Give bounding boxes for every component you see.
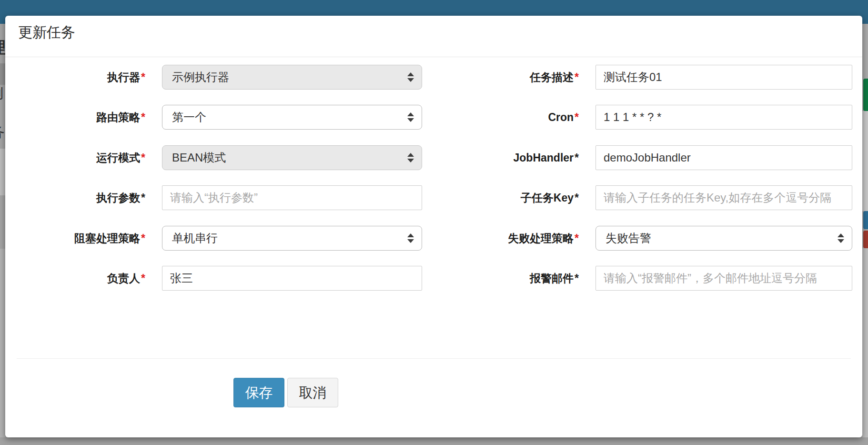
backdrop-right-strip: [862, 24, 868, 437]
required-mark: *: [575, 111, 579, 123]
executor-label: 执行器*: [24, 65, 145, 90]
job-handler-input[interactable]: [595, 145, 852, 170]
required-mark: *: [141, 192, 145, 204]
required-mark: *: [575, 232, 579, 244]
required-mark: *: [141, 232, 145, 244]
required-mark: *: [575, 272, 579, 284]
green-button-sliver: [863, 79, 868, 111]
clipped-page-text: 务: [0, 125, 5, 140]
clipped-page-text: 1: [0, 250, 5, 261]
required-mark: *: [141, 152, 145, 164]
save-button[interactable]: 保存: [233, 378, 284, 407]
cron-field: [595, 105, 852, 130]
executor-select-value: 示例执行器: [172, 70, 229, 85]
alarm-email-input[interactable]: [595, 266, 852, 291]
select-updown-icon: [838, 233, 844, 243]
select-updown-icon: [407, 112, 414, 122]
select-updown-icon: [407, 233, 414, 243]
blue-button-sliver: [863, 211, 868, 229]
required-mark: *: [575, 152, 579, 164]
executor-param-field: [162, 185, 422, 210]
executor-param-input[interactable]: [162, 185, 422, 210]
fail-strategy-select[interactable]: 失败告警: [595, 226, 852, 251]
block-strategy-select[interactable]: 单机串行: [162, 226, 422, 251]
cron-label: Cron*: [415, 105, 579, 130]
required-mark: *: [141, 111, 145, 123]
alarm-email-field: [595, 266, 852, 291]
child-jobkey-label: 子任务Key*: [415, 185, 579, 210]
route-strategy-select[interactable]: 第一个: [162, 105, 422, 130]
required-mark: *: [141, 71, 145, 83]
job-handler-label: JobHandler*: [415, 145, 579, 170]
required-mark: *: [141, 272, 145, 284]
executor-select: 示例执行器: [162, 65, 422, 90]
executor-param-label: 执行参数*: [24, 185, 145, 210]
backdrop-bottom-strip: [0, 437, 868, 445]
modal-header: 更新任务: [5, 16, 862, 57]
fail-strategy-select-value: 失败告警: [606, 231, 651, 246]
route-strategy-select-value: 第一个: [172, 110, 206, 125]
backdrop-band: [0, 63, 5, 85]
child-jobkey-field: [595, 185, 852, 210]
glue-type-select: BEAN模式: [162, 145, 422, 170]
footer-divider: [17, 358, 851, 359]
modal-title: 更新任务: [18, 22, 75, 42]
screen: 理 例 务 1 更新任务 执行器* 示例执行器 任务描述* 路: [0, 0, 868, 445]
backdrop-band: [0, 249, 5, 437]
required-mark: *: [575, 192, 579, 204]
backdrop-left-strip: 理 例 务 1: [0, 24, 5, 437]
alarm-email-label: 报警邮件*: [415, 266, 579, 291]
job-handler-field: [595, 145, 852, 170]
select-updown-icon: [407, 153, 414, 162]
update-job-modal: 更新任务 执行器* 示例执行器 任务描述* 路由策略* 第一个 Cron*: [5, 16, 862, 437]
cron-input[interactable]: [595, 105, 852, 130]
child-jobkey-input[interactable]: [595, 185, 852, 210]
author-label: 负责人*: [24, 266, 145, 291]
cancel-button[interactable]: 取消: [287, 378, 338, 407]
select-updown-icon: [407, 72, 414, 82]
author-field: [162, 266, 422, 291]
backdrop-band: [862, 248, 868, 437]
glue-type-label: 运行模式*: [24, 145, 145, 170]
clipped-page-text: 理: [0, 40, 5, 55]
backdrop-band: [0, 149, 5, 195]
required-mark: *: [575, 71, 579, 83]
backdrop-band: [862, 111, 868, 211]
job-desc-field: [595, 65, 852, 90]
block-strategy-label: 阻塞处理策略*: [24, 226, 145, 251]
route-strategy-label: 路由策略*: [24, 105, 145, 130]
fail-strategy-label: 失败处理策略*: [415, 226, 579, 251]
block-strategy-select-value: 单机串行: [172, 231, 218, 246]
red-button-sliver: [863, 231, 868, 248]
job-desc-input[interactable]: [595, 65, 852, 90]
author-input[interactable]: [162, 266, 422, 291]
glue-type-select-value: BEAN模式: [172, 150, 226, 165]
clipped-page-text: 例: [0, 87, 5, 100]
job-desc-label: 任务描述*: [415, 65, 579, 90]
